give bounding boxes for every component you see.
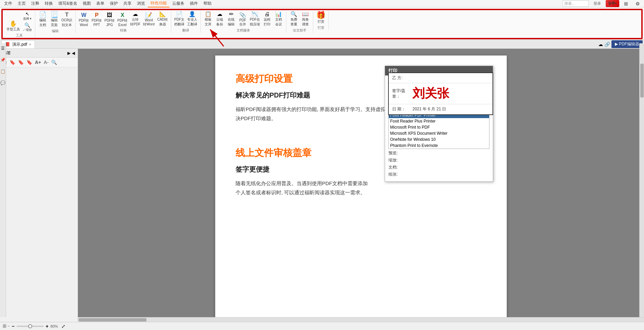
- cloud-backup-btn[interactable]: ☁ 云端备份: [214, 11, 225, 27]
- search-input-area[interactable]: 搜索...: [563, 0, 589, 7]
- menu-convert[interactable]: 转换: [42, 0, 56, 7]
- panel-icon-2[interactable]: 📌: [0, 58, 5, 62]
- menu-share[interactable]: 共享: [121, 0, 134, 7]
- edit-page-btn[interactable]: 📃 编辑页面: [49, 11, 60, 28]
- horizontal-scrollbar[interactable]: [78, 317, 644, 322]
- pdf-translate-label: PDF文档翻译: [174, 17, 184, 27]
- pdf-compress-btn[interactable]: 📉 PDF在线压缩: [249, 11, 261, 27]
- sidebar: 书签 ▶ ◀ ⊞ 🔖 🔖 🔖 A+ A- 🔍 ☰ 📌 📋 💬: [0, 49, 78, 330]
- menu-protect[interactable]: 保护: [107, 0, 121, 7]
- screen-icon[interactable]: ⊞: [621, 0, 631, 7]
- zoom-slider-thumb[interactable]: [28, 324, 32, 328]
- ribbon-content: ✋ 手型工具 ↖ 选择 ▾ 🔍 ↙缩放 工具: [1, 9, 643, 39]
- pdf-tab[interactable]: 📕 演示.pdf ×: [1, 40, 35, 48]
- printer-onenote[interactable]: OneNote for Windows 10: [389, 136, 489, 142]
- plagiarism-check-btn[interactable]: 🔍 免费查重: [288, 11, 299, 27]
- zoom-plus-btn[interactable]: +: [46, 324, 48, 329]
- menu-view[interactable]: 视图: [80, 0, 94, 7]
- panel-icon-1[interactable]: ☰: [1, 46, 5, 51]
- print-doc-label: 文档:: [388, 164, 407, 170]
- tab-label: 演示.pdf: [12, 42, 27, 47]
- bookmark-icon3[interactable]: 🔖: [26, 59, 33, 66]
- human-translate-btn[interactable]: 👤 专业人工翻译: [186, 11, 198, 27]
- sig-section-title: 线上文件审核盖章: [236, 147, 368, 159]
- template-btn[interactable]: 📋 模板文库: [203, 11, 214, 27]
- ribbon-group-paper: 🔍 免费查重 📖 阅卷调查 论文助手: [286, 11, 313, 33]
- word-to-word-btn[interactable]: 📝 Word转Word: [142, 12, 156, 27]
- menu-file[interactable]: 文件: [1, 0, 15, 7]
- sig-date-label: 日 期：: [392, 106, 412, 112]
- cloud-icon: ☁: [598, 42, 603, 47]
- panel-icon-4[interactable]: 💬: [0, 81, 5, 85]
- pdf-to-ppt-btn[interactable]: P PDF转PPT: [90, 12, 103, 27]
- tools-group-label: 工具: [16, 33, 23, 38]
- select-btn[interactable]: ↖ 选择 ▾: [22, 11, 33, 21]
- menu-help[interactable]: 帮助: [201, 0, 214, 7]
- pdf-to-excel-btn[interactable]: X PDF转Excel: [116, 12, 128, 27]
- zoom-btn[interactable]: 🔍 ↙缩放: [22, 22, 33, 32]
- settings-icon[interactable]: ⚙: [633, 0, 643, 7]
- menu-sign[interactable]: 填写&签名: [56, 0, 80, 7]
- remote-print-label: 远程打印: [264, 17, 270, 27]
- pdf-translate-btn[interactable]: 📄 PDF文档翻译: [173, 11, 185, 27]
- sidebar-collapse-btn[interactable]: ◀: [72, 51, 75, 56]
- link-icon[interactable]: 🔗: [604, 42, 610, 47]
- panel-icon-3[interactable]: 📋: [0, 69, 5, 74]
- menu-home[interactable]: 主页: [15, 0, 28, 7]
- menu-annotate[interactable]: 注释: [28, 0, 42, 7]
- pdf-to-ppt-label: PDF转PPT: [92, 18, 102, 27]
- edit-page-icon: 📃: [51, 12, 58, 18]
- reward-btn[interactable]: 🎁 打赏: [315, 11, 326, 25]
- sougou-icon: S中•: [606, 0, 619, 7]
- printer-ms-pdf[interactable]: Microsoft Print to PDF: [389, 124, 489, 130]
- login-btn[interactable]: 登录: [591, 0, 604, 7]
- ocr-icon: T: [65, 12, 68, 18]
- menu-form[interactable]: 表单: [94, 0, 107, 7]
- word-icon: W: [81, 13, 86, 18]
- doc-meeting-icon: 📊: [275, 12, 282, 17]
- pdf-merge-btn[interactable]: 📎 PDF合并: [237, 12, 248, 27]
- font-increase-btn[interactable]: A+: [34, 59, 42, 66]
- ribbon-group-convert: W PDF转Word P PDF转PPT 🖼 PDF转JPG X PDF转Exc…: [76, 11, 171, 33]
- pdf-to-word-btn[interactable]: W PDF转Word: [78, 12, 90, 27]
- fullscreen-btn[interactable]: ⤢: [61, 324, 65, 329]
- bookmark-icon1[interactable]: 🔖: [9, 59, 16, 66]
- remote-print-btn[interactable]: 🖨 远程打印: [262, 11, 273, 27]
- menu-features[interactable]: 特色功能: [148, 0, 169, 7]
- zoom-minus-btn[interactable]: −: [12, 324, 14, 329]
- edit-doc-btn[interactable]: 📄 编辑文档: [37, 11, 48, 28]
- pdf-to-jpg-btn[interactable]: 🖼 PDF转JPG: [103, 12, 116, 27]
- pdf-editor-btn[interactable]: ▶ PDF编辑器: [611, 40, 643, 48]
- doc-services-group-label: 文档服务: [237, 28, 250, 33]
- edit-doc-icon: 📄: [39, 12, 46, 18]
- menu-plugins[interactable]: 插件: [187, 0, 201, 7]
- menu-browse[interactable]: 浏览: [134, 0, 148, 7]
- template-icon: 📋: [205, 12, 212, 17]
- online-edit-btn[interactable]: ✏ 在线编辑: [226, 11, 237, 27]
- doc-meeting-btn[interactable]: 📊 文档会议: [273, 11, 284, 27]
- ocr-btn[interactable]: T OCR识别文本: [60, 12, 73, 28]
- zoom-slider[interactable]: [17, 326, 44, 327]
- survey-btn[interactable]: 📖 阅卷调查: [300, 11, 311, 27]
- printer-evernote[interactable]: Phantom Print to Evernote: [389, 142, 489, 149]
- vertical-scrollbar[interactable]: [639, 43, 644, 317]
- cloud-backup-label: 云端备份: [216, 17, 223, 27]
- sidebar-expand-btn[interactable]: ▶: [67, 51, 71, 56]
- hand-tool-btn[interactable]: ✋ 手型工具: [5, 20, 21, 32]
- font-decrease-btn[interactable]: A-: [43, 59, 49, 66]
- printer-foxit-plus[interactable]: Foxit Reader Plus Printer: [389, 118, 489, 124]
- edit-doc-label: 编辑文档: [39, 18, 46, 27]
- tab-close-btn[interactable]: ×: [29, 43, 31, 46]
- ribbon-group-reward: 🎁 打赏 打赏: [313, 11, 329, 30]
- sig-section-body: 随着无纸化办公应用普及。当遇到使用PDF文档中需要添加个人签名或者标识时, 可以…: [236, 179, 368, 197]
- bookmark-icon2[interactable]: 🔖: [17, 59, 24, 66]
- menu-cloud[interactable]: 云服务: [169, 0, 187, 7]
- section-sig-text: 线上文件审核盖章 签字更便捷 随着无纸化办公应用普及。当遇到使用PDF文档中需要…: [236, 147, 368, 207]
- paper-buttons: 🔍 免费查重 📖 阅卷调查: [288, 11, 311, 27]
- horizontal-scroll-thumb[interactable]: [79, 318, 146, 322]
- printer-ms-xps[interactable]: Microsoft XPS Document Writer: [389, 130, 489, 136]
- cad-convert-btn[interactable]: 📐 CAD转换器: [156, 11, 169, 27]
- vertical-scroll-thumb[interactable]: [640, 64, 644, 97]
- cloud-to-pdf-btn[interactable]: ☁ 云转转PDF: [129, 11, 141, 27]
- bookmark-search-btn[interactable]: 🔍: [51, 59, 58, 66]
